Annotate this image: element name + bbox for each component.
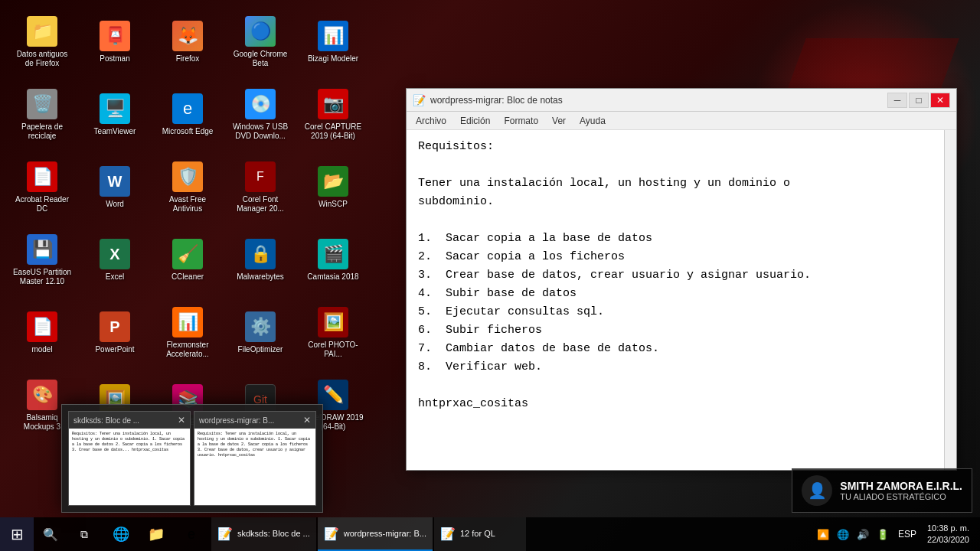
notepad-menubar: Archivo Edición Formato Ver Ayuda	[407, 112, 956, 130]
icon-camtasia[interactable]: 🎬 Camtasia 2018	[299, 226, 368, 295]
taskbar-notepad1-label: skdksds: Bloc de ...	[237, 529, 310, 538]
menu-archivo[interactable]: Archivo	[410, 114, 452, 128]
taskbar-notepad2-label: wordpress-migrar: B...	[344, 529, 426, 538]
tray-volume-icon[interactable]: 🔊	[854, 527, 872, 542]
tray-language[interactable]: ESP	[895, 527, 920, 541]
notepad-text-content[interactable]: Requisitos: Tener una instalación local,…	[407, 130, 956, 470]
start-icon: ⊞	[11, 525, 24, 543]
icon-papelera[interactable]: 🗑️ Papelera de reciclaje	[8, 80, 77, 149]
icon-img-malwarebytes: 🔒	[245, 239, 276, 269]
icon-label-postman: Postman	[100, 54, 129, 64]
icon-corel-capture[interactable]: 📷 Corel CAPTURE 2019 (64-Bit)	[299, 80, 368, 149]
icon-label-model: model	[31, 345, 52, 354]
watermark-text: SMITH ZAMORA E.I.R.L. TU ALIADO ESTRATÉG…	[840, 480, 962, 501]
icon-label-easeus: EaseUS Partition Master 12.10	[11, 268, 73, 286]
tray-network-icon[interactable]: 🌐	[834, 527, 852, 542]
icon-img-avast: 🛡️	[172, 161, 203, 192]
taskbar-notepad2[interactable]: 📝 wordpress-migrar: B...	[318, 517, 433, 551]
tray-icons: 🔼 🌐 🔊 🔋	[814, 527, 892, 542]
icon-label-excel: Excel	[106, 272, 124, 282]
taskbar-app3[interactable]: 📝 12 for QL	[434, 517, 526, 551]
icon-label-bizagi: Bizagi Modeler	[308, 54, 358, 64]
notepad-window-icon: 📝	[413, 94, 426, 106]
preview-text-1: Requisitos: Tener una instalación local,…	[72, 432, 187, 453]
icon-label-papelera: Papelera de reciclaje	[11, 122, 73, 141]
icon-label-word: Word	[106, 200, 124, 209]
icon-datos-antiguos[interactable]: 📁 Datos antiguos de Firefox	[8, 8, 77, 77]
tray-battery-icon[interactable]: 🔋	[874, 527, 892, 542]
icon-powerpoint[interactable]: P PowerPoint	[80, 298, 149, 367]
icon-label-corel-photo: Corel PHOTO-PAI...	[302, 341, 364, 359]
close-button[interactable]: ✕	[930, 93, 950, 108]
icon-img-firefox: 🦊	[172, 21, 203, 51]
icon-label-corel-capture: Corel CAPTURE 2019 (64-Bit)	[302, 122, 364, 141]
icon-img-bizagi: 📊	[318, 21, 348, 51]
icon-model[interactable]: 📄 model	[8, 298, 77, 367]
start-button[interactable]: ⊞	[0, 517, 34, 551]
notepad-scrollbar[interactable]	[944, 130, 956, 470]
tray-chevron-icon[interactable]: 🔼	[814, 527, 832, 542]
icon-flexmonster[interactable]: 📊 Flexmonster Accelerato...	[153, 298, 222, 367]
icon-acrobat[interactable]: 📄 Acrobat Reader DC	[8, 153, 77, 222]
icon-label-chrome-beta: Google Chrome Beta	[230, 50, 291, 68]
taskbar-app3-icon: 📝	[440, 527, 456, 541]
preview-close-2[interactable]: ✕	[303, 415, 311, 425]
icon-img-flexmonster: 📊	[172, 307, 203, 337]
taskbar-chrome[interactable]: 🌐	[104, 517, 138, 551]
icon-img-folder: 📁	[27, 16, 57, 47]
icon-label-flexmonster: Flexmonster Accelerato...	[157, 341, 218, 359]
notepad-window: 📝 wordpress-migrar: Bloc de notas ─ □ ✕ …	[406, 88, 957, 471]
menu-edicion[interactable]: Edición	[454, 114, 496, 128]
icon-chrome-beta[interactable]: 🔵 Google Chrome Beta	[226, 8, 295, 77]
icon-corel-font[interactable]: F Corel Font Manager 20...	[226, 153, 295, 222]
icon-malwarebytes[interactable]: 🔒 Malwarebytes	[226, 226, 295, 295]
preview-card-2[interactable]: wordpress-migrar: B... ✕ Requisitos: Ten…	[194, 411, 316, 506]
icon-firefox[interactable]: 🦊 Firefox	[153, 8, 222, 77]
search-button[interactable]: 🔍	[34, 517, 67, 551]
task-view-button[interactable]: ⧉	[67, 517, 101, 551]
icon-avast[interactable]: 🛡️ Avast Free Antivirus	[153, 153, 222, 222]
icon-postman[interactable]: 📮 Postman	[80, 8, 149, 77]
icon-img-corel-font: F	[245, 161, 276, 192]
preview-title-1: skdksds: Bloc de ...	[74, 416, 139, 425]
icon-word[interactable]: W Word	[80, 153, 149, 222]
tray-date: 22/03/2020	[927, 534, 969, 546]
notepad-title: wordpress-migrar: Bloc de notas	[430, 95, 563, 106]
icon-img-ccleaner: 🧹	[172, 239, 203, 269]
icon-edge[interactable]: e Microsoft Edge	[153, 80, 222, 149]
menu-ver[interactable]: Ver	[546, 114, 572, 128]
icon-excel[interactable]: X Excel	[80, 226, 149, 295]
icon-teamviewer[interactable]: 🖥️ TeamViewer	[80, 80, 149, 149]
taskbar-chrome-icon: 🌐	[110, 523, 132, 545]
taskbar-notepad1[interactable]: 📝 skdksds: Bloc de ...	[211, 517, 316, 551]
icon-winscp[interactable]: 📂 WinSCP	[299, 153, 368, 222]
watermark-company-name: SMITH ZAMORA E.I.R.L.	[840, 480, 962, 492]
icon-win7dvd[interactable]: 💿 Windows 7 USB DVD Downlo...	[226, 80, 295, 149]
icon-label-win7dvd: Windows 7 USB DVD Downlo...	[230, 122, 291, 141]
icon-img-edge: e	[172, 93, 203, 124]
icon-label-avast: Avast Free Antivirus	[157, 195, 218, 214]
maximize-button[interactable]: □	[909, 93, 929, 108]
preview-content-2: Requisitos: Tener una instalación local,…	[194, 429, 315, 505]
taskbar-pinned-apps: 🌐 📁 e	[101, 517, 211, 551]
icon-label-datos: Datos antiguos de Firefox	[11, 50, 73, 68]
icon-img-winscp: 📂	[318, 166, 348, 197]
icon-bizagi[interactable]: 📊 Bizagi Modeler	[299, 8, 368, 77]
taskbar-file-explorer[interactable]: 📁	[139, 517, 173, 551]
preview-card-1[interactable]: skdksds: Bloc de ... ✕ Requisitos: Tener…	[68, 411, 191, 506]
titlebar-controls: ─ □ ✕	[887, 93, 950, 108]
menu-ayuda[interactable]: Ayuda	[573, 114, 612, 128]
icon-ccleaner[interactable]: 🧹 CCleaner	[153, 226, 222, 295]
icon-easeus[interactable]: 💾 EaseUS Partition Master 12.10	[8, 226, 77, 295]
tray-clock[interactable]: 10:38 p. m. 22/03/2020	[923, 521, 974, 548]
taskbar-edge[interactable]: e	[175, 517, 208, 551]
icon-label-camtasia: Camtasia 2018	[307, 272, 358, 282]
icon-img-papelera: 🗑️	[27, 89, 57, 119]
icon-fileoptimizer[interactable]: ⚙️ FileOptimizer	[226, 298, 295, 367]
icon-corel-photo[interactable]: 🖼️ Corel PHOTO-PAI...	[299, 298, 368, 367]
minimize-button[interactable]: ─	[887, 93, 907, 108]
preview-close-1[interactable]: ✕	[178, 415, 185, 425]
icon-img-win7dvd: 💿	[245, 89, 276, 119]
icon-label-malwarebytes: Malwarebytes	[237, 272, 284, 282]
menu-formato[interactable]: Formato	[498, 114, 544, 128]
